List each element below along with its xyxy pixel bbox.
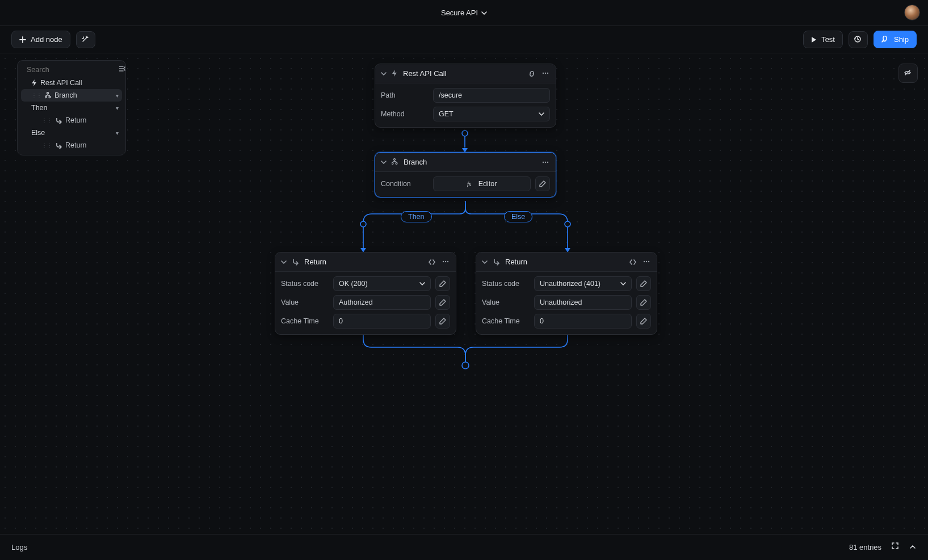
tree-item-branch[interactable]: ⋮⋮ Branch ▾ — [21, 89, 122, 102]
chevron-down-icon — [481, 11, 487, 15]
expand-logs-button[interactable] — [892, 542, 900, 552]
more-icon[interactable] — [442, 259, 450, 264]
cache-input[interactable]: 0 — [534, 314, 632, 329]
field-status: Status code OK (200) — [281, 276, 450, 291]
field-cache: Cache Time 0 — [482, 314, 651, 329]
more-icon[interactable] — [643, 259, 651, 264]
tree-item-then[interactable]: Then ▾ — [21, 102, 122, 114]
cache-input[interactable]: 0 — [333, 314, 431, 329]
tree-item-return-else[interactable]: ⋮⋮ Return — [21, 139, 122, 151]
ship-label: Ship — [894, 35, 909, 44]
toggle-logs-button[interactable] — [910, 543, 917, 551]
svg-point-10 — [360, 221, 366, 227]
plus-icon — [19, 36, 26, 43]
chevron-down-icon[interactable] — [482, 260, 488, 264]
node-header[interactable]: Return — [476, 252, 657, 272]
svg-point-11 — [565, 221, 570, 227]
collapse-tree-button[interactable] — [119, 66, 126, 74]
method-select[interactable]: GET — [433, 107, 550, 121]
edit-button[interactable] — [636, 276, 651, 291]
code-icon[interactable] — [429, 259, 436, 266]
path-input[interactable]: /secure — [433, 88, 550, 103]
node-branch[interactable]: Branch Condition Editor — [375, 152, 556, 197]
node-body: Condition Editor — [375, 172, 556, 197]
tree-search-row — [21, 64, 122, 77]
connector-split — [352, 197, 579, 254]
chevron-down-icon — [419, 282, 425, 285]
drag-handle-icon[interactable]: ⋮⋮ — [41, 142, 52, 149]
tree-item-label: Rest API Call — [40, 79, 82, 87]
history-icon — [854, 36, 862, 44]
pencil-icon — [439, 299, 446, 306]
field-label: Value — [281, 298, 329, 306]
branch-icon — [45, 92, 51, 99]
tree-item-label: Branch — [54, 91, 77, 99]
node-header[interactable]: Rest API Call — [375, 64, 556, 83]
status-select[interactable]: Unauthorized (401) — [534, 276, 632, 291]
drag-handle-icon[interactable]: ⋮⋮ — [31, 92, 41, 99]
test-button[interactable]: Test — [803, 31, 843, 48]
value-input[interactable]: Authorized — [333, 295, 431, 310]
field-condition: Condition Editor — [381, 176, 550, 191]
node-return-then[interactable]: Return Status code OK (200) Value Author… — [275, 252, 456, 335]
more-icon[interactable] — [542, 159, 550, 165]
node-body: Status code OK (200) Value Authorized Ca… — [275, 272, 456, 334]
tree-item-label: Return — [65, 116, 87, 124]
pencil-icon — [439, 280, 446, 287]
tree-item-else[interactable]: Else ▾ — [21, 127, 122, 139]
logs-count: 81 entries — [849, 543, 881, 551]
workflow-title-dropdown[interactable]: Secure API — [441, 9, 487, 17]
chevron-down-icon[interactable] — [381, 161, 387, 164]
workflow-title: Secure API — [441, 9, 478, 17]
more-icon[interactable] — [542, 70, 550, 76]
canvas[interactable]: Rest API Call ⋮⋮ Branch ▾ Then ▾ ⋮⋮ Retu… — [0, 53, 928, 534]
tree-item-rest-api[interactable]: Rest API Call — [21, 77, 122, 89]
return-icon — [55, 142, 62, 149]
chevron-down-icon — [620, 282, 626, 285]
value-input[interactable]: Unauthorized — [534, 295, 632, 310]
edit-button[interactable] — [435, 314, 450, 329]
add-node-button[interactable]: Add node — [11, 31, 70, 48]
magic-wand-button[interactable] — [76, 31, 95, 48]
node-body: Status code Unauthorized (401) Value Una… — [476, 272, 657, 334]
svg-point-9 — [462, 130, 468, 136]
link-icon[interactable] — [528, 70, 536, 77]
search-input[interactable] — [27, 66, 116, 74]
wand-icon — [82, 36, 90, 44]
field-cache: Cache Time 0 — [281, 314, 450, 329]
field-method: Method GET — [381, 107, 550, 121]
ship-button[interactable]: Ship — [874, 31, 917, 48]
edit-button[interactable] — [535, 176, 550, 191]
tree-item-label: Return — [65, 141, 87, 149]
edit-button[interactable] — [636, 314, 651, 329]
chevron-down-icon[interactable] — [281, 260, 287, 264]
pencil-icon — [640, 299, 647, 306]
node-header[interactable]: Branch — [375, 153, 556, 172]
bolt-icon — [392, 70, 398, 77]
tree-item-return-then[interactable]: ⋮⋮ Return — [21, 114, 122, 127]
status-select[interactable]: OK (200) — [333, 276, 431, 291]
node-header[interactable]: Return — [275, 252, 456, 272]
edit-button[interactable] — [435, 276, 450, 291]
avatar[interactable] — [904, 5, 920, 20]
branch-label-then: Then — [401, 211, 432, 222]
toggle-visibility-button[interactable] — [898, 64, 918, 83]
chevron-down-icon[interactable] — [381, 72, 387, 75]
return-icon — [292, 258, 299, 266]
field-label: Cache Time — [482, 317, 530, 325]
top-bar: Secure API — [0, 0, 928, 26]
drag-handle-icon[interactable]: ⋮⋮ — [41, 117, 52, 124]
logs-label: Logs — [11, 543, 27, 551]
condition-editor-button[interactable]: Editor — [433, 176, 531, 191]
edit-button[interactable] — [435, 295, 450, 310]
fx-icon — [467, 181, 475, 187]
code-icon[interactable] — [629, 259, 637, 266]
history-button[interactable] — [849, 31, 868, 48]
node-rest-api[interactable]: Rest API Call Path /secure Method GET — [375, 64, 556, 128]
pencil-icon — [439, 318, 446, 325]
field-status: Status code Unauthorized (401) — [482, 276, 651, 291]
return-icon — [55, 117, 62, 124]
pencil-icon — [640, 280, 647, 287]
node-return-else[interactable]: Return Status code Unauthorized (401) Va… — [476, 252, 657, 335]
edit-button[interactable] — [636, 295, 651, 310]
